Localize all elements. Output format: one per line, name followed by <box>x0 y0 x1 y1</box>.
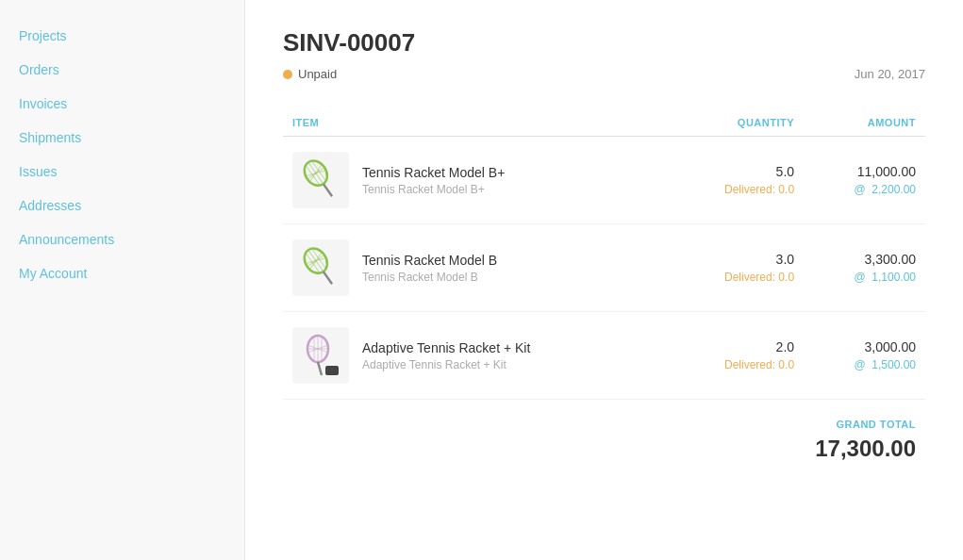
item-desc-0: Tennis Racket Model B+ <box>362 183 505 196</box>
item-image-2 <box>292 327 349 384</box>
qty-cell-2: 2.0 Delivered: 0.0 <box>670 312 804 400</box>
table-row: Tennis Racket Model B+ Tennis Racket Mod… <box>283 137 925 224</box>
amount-cell-1: 3,300.00 @ 1,100.00 <box>804 224 925 312</box>
qty-delivered-2: Delivered: 0.0 <box>679 358 794 371</box>
status-badge: Unpaid <box>283 67 337 81</box>
table-row: Adaptive Tennis Racket + Kit Adaptive Te… <box>283 312 925 400</box>
status-label: Unpaid <box>298 67 337 81</box>
sidebar-item-invoices[interactable]: Invoices <box>0 87 244 121</box>
amount-unit-0: @ 2,200.00 <box>813 183 916 196</box>
sidebar-item-projects[interactable]: Projects <box>0 19 244 53</box>
item-image-1 <box>292 239 349 296</box>
sidebar-item-shipments[interactable]: Shipments <box>0 121 244 155</box>
sidebar-item-announcements[interactable]: Announcements <box>0 222 244 256</box>
col-header-item: ITEM <box>283 109 670 137</box>
amount-cell-2: 3,000.00 @ 1,500.00 <box>804 312 925 400</box>
col-header-amount: AMOUNT <box>804 109 925 137</box>
amount-unit-2: @ 1,500.00 <box>813 358 916 371</box>
col-header-quantity: QUANTITY <box>670 109 804 137</box>
table-header: ITEM QUANTITY AMOUNT <box>283 109 925 137</box>
item-cell-0: Tennis Racket Model B+ Tennis Racket Mod… <box>283 137 670 224</box>
item-cell-1: Tennis Racket Model B Tennis Racket Mode… <box>283 224 670 312</box>
sidebar-item-issues[interactable]: Issues <box>0 155 244 189</box>
invoice-items: Tennis Racket Model B+ Tennis Racket Mod… <box>283 137 925 400</box>
grand-total-section: GRAND TOTAL 17,300.00 <box>283 419 925 462</box>
qty-cell-1: 3.0 Delivered: 0.0 <box>670 224 804 312</box>
qty-main-1: 3.0 <box>679 252 794 267</box>
table-row: Tennis Racket Model B Tennis Racket Mode… <box>283 224 925 312</box>
item-name-1: Tennis Racket Model B <box>362 253 497 268</box>
sidebar-item-my-account[interactable]: My Account <box>0 256 244 290</box>
invoice-id: SINV-00007 <box>283 28 925 58</box>
svg-line-9 <box>324 272 332 284</box>
invoice-date: Jun 20, 2017 <box>855 67 925 81</box>
main-content: SINV-00007 Unpaid Jun 20, 2017 ITEM QUAN… <box>245 0 963 560</box>
item-name-0: Tennis Racket Model B+ <box>362 165 505 180</box>
qty-cell-0: 5.0 Delivered: 0.0 <box>670 137 804 224</box>
item-image-0 <box>292 152 349 208</box>
amount-main-2: 3,000.00 <box>813 339 916 354</box>
item-desc-2: Adaptive Tennis Racket + Kit <box>362 358 530 371</box>
item-cell-2: Adaptive Tennis Racket + Kit Adaptive Te… <box>283 312 670 400</box>
item-name-2: Adaptive Tennis Racket + Kit <box>362 340 530 355</box>
status-dot <box>283 70 292 79</box>
qty-delivered-0: Delivered: 0.0 <box>679 183 794 196</box>
invoice-table: ITEM QUANTITY AMOUNT <box>283 109 925 400</box>
qty-delivered-1: Delivered: 0.0 <box>679 271 794 284</box>
sidebar-item-orders[interactable]: Orders <box>0 53 244 87</box>
amount-main-1: 3,300.00 <box>813 252 916 267</box>
sidebar-item-addresses[interactable]: Addresses <box>0 189 244 222</box>
qty-main-2: 2.0 <box>679 339 794 354</box>
item-desc-1: Tennis Racket Model B <box>362 271 497 284</box>
svg-rect-24 <box>325 366 339 375</box>
amount-unit-1: @ 1,100.00 <box>813 271 916 284</box>
amount-cell-0: 11,000.00 @ 2,200.00 <box>804 137 925 224</box>
svg-line-17 <box>318 362 322 375</box>
invoice-status-row: Unpaid Jun 20, 2017 <box>283 67 925 81</box>
grand-total-label: GRAND TOTAL <box>283 419 916 430</box>
svg-line-1 <box>324 184 332 196</box>
amount-main-0: 11,000.00 <box>813 164 916 179</box>
grand-total-value: 17,300.00 <box>283 436 916 462</box>
sidebar: Projects Orders Invoices Shipments Issue… <box>0 0 245 560</box>
qty-main-0: 5.0 <box>679 164 794 179</box>
